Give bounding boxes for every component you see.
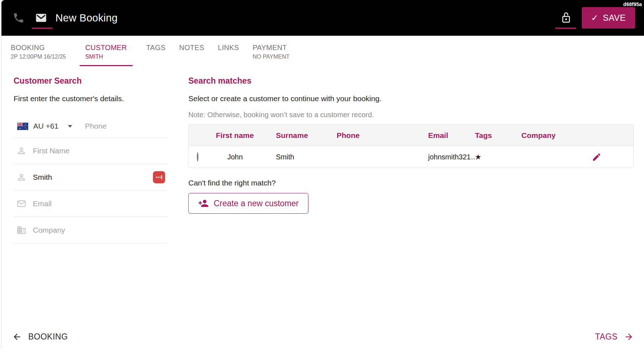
arrow-left-icon: [12, 332, 22, 342]
email-channel-toggle[interactable]: [35, 0, 48, 36]
matches-table: First name Surname Phone Email Tags Comp…: [188, 124, 634, 168]
surname-field-row: [14, 164, 167, 190]
panel-left-edge: [1, 36, 1, 348]
email-input[interactable]: [33, 199, 167, 208]
search-matches-instruction: Select or create a customer to continue …: [188, 94, 634, 103]
envelope-icon: [35, 11, 48, 24]
envelope-icon: [16, 199, 26, 209]
column-header-email: Email: [428, 131, 475, 140]
vip-star-icon: ★: [475, 153, 521, 161]
page-title: New Booking: [55, 12, 118, 24]
header-bar: New Booking d68f95a ✓ SAVE: [1, 0, 644, 36]
edit-customer-button[interactable]: [592, 152, 601, 162]
lock-open-icon: [560, 11, 572, 25]
match-email: johnsmith321…: [428, 153, 475, 161]
first-name-field-row: [14, 138, 167, 164]
column-header-tags: Tags: [475, 131, 521, 140]
table-row[interactable]: John Smith johnsmith321… ★: [189, 146, 633, 168]
column-header-first-name: First name: [216, 131, 276, 140]
lock-active-underline: [555, 28, 576, 29]
save-button[interactable]: ✓ SAVE: [582, 7, 635, 29]
search-matches-panel: Search matches Select or create a custom…: [188, 76, 634, 214]
booking-steps-tabbar: BOOKING 2P 12:00PM 16/12/25 CUSTOMER SMI…: [1, 36, 644, 66]
column-header-surname: Surname: [276, 131, 337, 140]
tab-booking[interactable]: BOOKING 2P 12:00PM 16/12/25: [11, 36, 66, 66]
check-icon: ✓: [591, 13, 599, 23]
building-icon: [16, 225, 26, 235]
match-surname: Smith: [276, 153, 337, 161]
step-navigation: BOOKING TAGS: [12, 328, 634, 345]
back-to-booking-button[interactable]: BOOKING: [12, 332, 68, 342]
match-first-name: John: [216, 153, 276, 161]
tab-customer[interactable]: CUSTOMER SMITH: [80, 36, 133, 66]
back-button-label: BOOKING: [28, 332, 68, 342]
chevron-down-icon: [68, 125, 72, 128]
next-to-tags-button[interactable]: TAGS: [595, 332, 634, 342]
tab-notes[interactable]: NOTES: [179, 36, 204, 66]
person-add-icon: [198, 198, 209, 209]
customer-search-panel: Customer Search First enter the customer…: [14, 76, 167, 243]
tab-links[interactable]: LINKS: [218, 36, 239, 66]
company-field-row: [14, 217, 167, 243]
email-field-row: [14, 190, 167, 217]
australia-flag-icon: [17, 123, 28, 130]
company-input[interactable]: [33, 226, 167, 234]
no-match-text: Can't find the right match?: [188, 179, 634, 187]
country-code-selector[interactable]: AU +61: [17, 122, 72, 130]
create-new-customer-label: Create a new customer: [214, 199, 299, 208]
matches-table-header: First name Surname Phone Email Tags Comp…: [189, 125, 633, 146]
person-icon: [16, 146, 26, 156]
new-booking-dialog: New Booking d68f95a ✓ SAVE BOOKING 2P 12…: [0, 0, 644, 352]
create-new-customer-button[interactable]: Create a new customer: [188, 193, 308, 214]
customer-search-instruction: First enter the customer's details.: [14, 94, 167, 103]
pencil-icon: [592, 152, 601, 162]
person-icon: [16, 172, 26, 182]
tab-tags[interactable]: TAGS: [146, 36, 165, 66]
phone-input[interactable]: [85, 122, 167, 130]
save-button-label: SAVE: [603, 13, 626, 23]
surname-input[interactable]: [33, 173, 153, 182]
column-header-company: Company: [521, 131, 587, 140]
column-header-phone: Phone: [337, 131, 428, 140]
next-button-label: TAGS: [595, 332, 618, 342]
phone-field-row: AU +61: [14, 115, 167, 138]
country-code-label: AU +61: [33, 122, 59, 130]
password-manager-extension-icon[interactable]: [153, 171, 165, 183]
phone-channel-icon[interactable]: [13, 12, 25, 24]
build-id: d68f95a: [623, 1, 642, 7]
customer-search-heading: Customer Search: [14, 76, 167, 86]
match-row-radio[interactable]: [197, 152, 198, 162]
search-matches-heading: Search matches: [188, 76, 634, 86]
tab-payment[interactable]: PAYMENT NO PAYMENT: [253, 36, 289, 66]
first-name-input[interactable]: [33, 147, 167, 155]
search-matches-note: Note: Otherwise, booking won’t save to a…: [188, 111, 634, 119]
lock-toggle[interactable]: [560, 0, 572, 36]
email-channel-active-underline: [32, 28, 53, 29]
arrow-right-icon: [624, 332, 634, 342]
